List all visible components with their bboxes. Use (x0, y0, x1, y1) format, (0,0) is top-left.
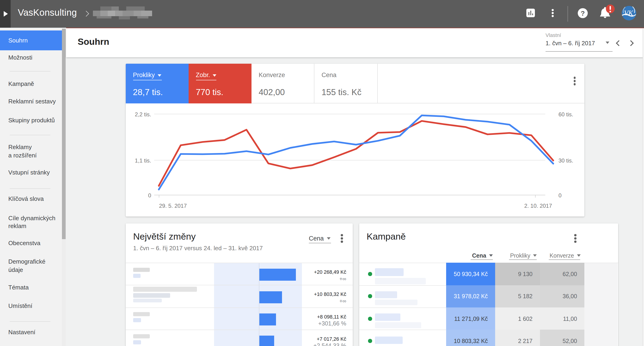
svg-text:29. 5. 2017: 29. 5. 2017 (159, 203, 187, 209)
svg-text:30 tis.: 30 tis. (558, 158, 573, 164)
svg-text:VK: VK (624, 9, 634, 17)
svg-text:2. 10. 2017: 2. 10. 2017 (524, 203, 552, 209)
svg-text:1,1 tis.: 1,1 tis. (135, 158, 151, 164)
svg-text:0: 0 (558, 192, 562, 198)
svg-text:2,2 tis.: 2,2 tis. (135, 111, 151, 118)
svg-text:?: ? (581, 10, 585, 17)
svg-text:60 tis.: 60 tis. (558, 111, 573, 118)
svg-text:0: 0 (148, 192, 151, 198)
